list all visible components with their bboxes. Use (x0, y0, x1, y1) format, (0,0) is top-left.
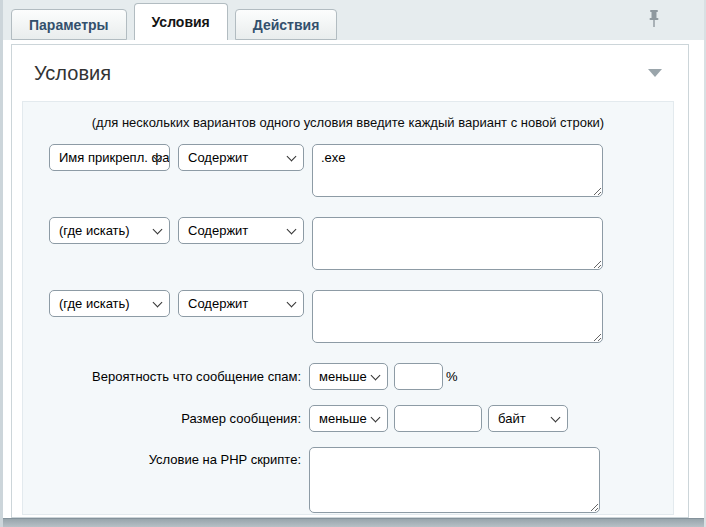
select-value: Имя прикрепл. файла (59, 150, 170, 165)
size-unit-select[interactable]: байт (488, 405, 568, 432)
condition-row: (где искать) Содержит (49, 217, 673, 270)
operator-select[interactable]: Содержит (178, 144, 304, 171)
search-field-select[interactable]: (где искать) (49, 290, 170, 317)
php-condition-textarea[interactable] (309, 447, 600, 513)
tab-conditions[interactable]: Условия (134, 3, 228, 40)
message-size-input[interactable] (394, 405, 482, 432)
search-field-select[interactable]: (где искать) (49, 217, 170, 244)
select-value: байт (498, 411, 526, 426)
message-size-label: Размер сообщения: (23, 411, 309, 426)
spam-probability-label: Вероятность что сообщение спам: (23, 369, 309, 384)
collapse-triangle-icon[interactable] (648, 69, 662, 77)
chevron-down-icon (287, 298, 297, 308)
chevron-down-icon (153, 298, 163, 308)
chevron-down-icon (371, 413, 381, 423)
spam-probability-row: Вероятность что сообщение спам: меньше % (23, 363, 673, 390)
spam-comparator-select[interactable]: меньше (309, 363, 388, 390)
chevron-down-icon (287, 152, 297, 162)
chevron-down-icon (153, 225, 163, 235)
tab-parameters[interactable]: Параметры (11, 9, 127, 40)
select-value: (где искать) (59, 296, 130, 311)
select-value: Содержит (188, 296, 248, 311)
select-value: Содержит (188, 223, 248, 238)
multi-variant-hint: (для нескольких вариантов одного условия… (37, 115, 659, 130)
tab-bar: Параметры Условия Действия (3, 0, 704, 40)
chevron-down-icon (287, 225, 297, 235)
php-condition-label: Условие на PHP скрипте: (23, 447, 309, 467)
condition-row: (где искать) Содержит (49, 290, 673, 343)
operator-select[interactable]: Содержит (178, 217, 304, 244)
select-value: Содержит (188, 150, 248, 165)
pushpin-icon[interactable] (646, 9, 662, 29)
spam-probability-input[interactable] (394, 363, 443, 390)
php-condition-row: Условие на PHP скрипте: (23, 447, 673, 513)
condition-row: Имя прикрепл. файла Содержит .exe (49, 144, 673, 197)
operator-select[interactable]: Содержит (178, 290, 304, 317)
panel-title: Условия (34, 60, 111, 86)
tab-label: Параметры (29, 17, 109, 33)
window-bottom-edge (3, 518, 704, 527)
size-comparator-select[interactable]: меньше (309, 405, 388, 432)
tab-actions[interactable]: Действия (235, 9, 338, 40)
message-size-row: Размер сообщения: меньше байт (23, 405, 673, 432)
condition-value-textarea[interactable] (312, 290, 603, 343)
percent-label: % (446, 369, 458, 384)
tab-label: Действия (253, 17, 320, 33)
select-value: (где искать) (59, 223, 130, 238)
settings-window: Параметры Условия Действия Условия (0, 0, 706, 527)
chevron-down-icon (551, 413, 561, 423)
tab-label: Условия (152, 14, 210, 30)
condition-value-textarea[interactable]: .exe (312, 144, 603, 197)
panel-header: Условия (12, 45, 688, 96)
conditions-panel: Условия (для нескольких вариантов одного… (11, 44, 689, 518)
conditions-form: (для нескольких вариантов одного условия… (22, 101, 674, 515)
condition-value-textarea[interactable] (312, 217, 603, 270)
search-field-select[interactable]: Имя прикрепл. файла (49, 144, 170, 171)
select-value: меньше (319, 411, 367, 426)
chevron-down-icon (371, 371, 381, 381)
select-value: меньше (319, 369, 367, 384)
